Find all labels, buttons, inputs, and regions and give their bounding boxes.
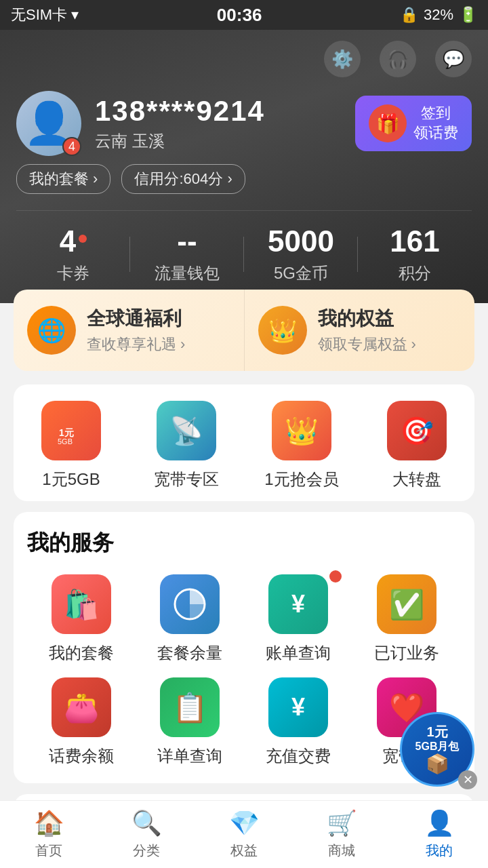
bottom-nav: 🏠 首页 🔍 分类 💎 权益 🛒 商城 👤 我的 xyxy=(0,800,488,868)
quick-label-broadband: 宽带专区 xyxy=(154,469,219,490)
headset-button[interactable]: 🎧 xyxy=(380,41,416,77)
coupons-label: 卡券 xyxy=(16,262,130,284)
battery-icon: 🔒 xyxy=(400,6,418,24)
credit-score-tag[interactable]: 信用分:604分 › xyxy=(121,164,245,194)
status-right: 🔒 32% 🔋 xyxy=(400,6,477,24)
my-benefits-sub: 领取专属权益 › xyxy=(318,334,416,355)
plan-balance-label: 套餐余量 xyxy=(157,642,222,664)
quick-action-broadband[interactable]: 📡 宽带专区 xyxy=(129,401,244,490)
svg-text:1元: 1元 xyxy=(59,427,74,438)
quick-label-wheel: 大转盘 xyxy=(392,469,441,490)
nav-home[interactable]: 🏠 首页 xyxy=(0,801,98,868)
detail-query-icon: 📋 xyxy=(160,677,220,737)
home-label: 首页 xyxy=(35,842,62,860)
coupons-stat[interactable]: 4 卡券 xyxy=(16,224,130,284)
benefits-nav-label: 权益 xyxy=(230,842,258,860)
recharge-icon: ¥ xyxy=(268,677,328,737)
mine-icon: 👤 xyxy=(424,809,455,837)
recharge-label: 充值交费 xyxy=(266,745,331,767)
points-label: 积分 xyxy=(358,262,472,284)
bill-query-label: 账单查询 xyxy=(266,642,331,664)
my-plan-label: 我的套餐 xyxy=(49,642,114,664)
battery-bar: 🔋 xyxy=(459,6,477,24)
coupons-value: 4 xyxy=(16,224,130,258)
profile-info: 138****9214 云南 玉溪 xyxy=(95,95,342,152)
my-benefits-text: 我的权益 领取专属权益 › xyxy=(318,306,416,355)
headset-icon: 🎧 xyxy=(387,49,409,70)
bill-query-icon: ¥ xyxy=(268,574,328,634)
settings-button[interactable]: ⚙️ xyxy=(324,41,361,77)
mall-label: 商城 xyxy=(328,842,355,860)
global-benefits-sub: 查收尊享礼遇 › xyxy=(87,334,185,355)
crown-icon: 👑 xyxy=(258,306,307,355)
sign-in-text: 签到 领话费 xyxy=(413,104,458,142)
sign-in-button[interactable]: 🎁 签到 领话费 xyxy=(355,96,472,151)
globe-icon: 🌐 xyxy=(27,306,76,355)
battery-percent: 32% xyxy=(424,6,453,24)
my-plan-tag[interactable]: 我的套餐 › xyxy=(16,164,110,194)
service-recharge[interactable]: ¥ 充值交费 xyxy=(244,677,352,767)
nav-mall[interactable]: 🛒 商城 xyxy=(293,801,390,868)
quick-label-1gb: 1元5GB xyxy=(42,469,100,490)
subscribed-icon: ✅ xyxy=(377,574,436,634)
nav-benefits[interactable]: 💎 权益 xyxy=(195,801,293,868)
services-grid: 🛍️ 我的套餐 套餐余量 ¥ 账单查询 ✅ 已订业务 👛 xyxy=(27,574,461,767)
my-plan-icon: 🛍️ xyxy=(52,574,111,634)
tags-row: 我的套餐 › 信用分:604分 › xyxy=(16,164,472,194)
service-bill-query[interactable]: ¥ 账单查询 xyxy=(244,574,352,664)
points-value: 161 xyxy=(358,224,472,258)
sign-in-gift-icon: 🎁 xyxy=(369,104,407,142)
quick-action-wheel[interactable]: 🎯 大转盘 xyxy=(359,401,474,490)
my-benefits-title: 我的权益 xyxy=(318,306,416,332)
phone-number: 138****9214 xyxy=(95,95,342,127)
member-icon: 👑 xyxy=(272,401,331,460)
service-my-plan[interactable]: 🛍️ 我的套餐 xyxy=(27,574,136,664)
svg-text:5GB: 5GB xyxy=(58,437,73,446)
service-plan-balance[interactable]: 套餐余量 xyxy=(136,574,244,664)
top-icons-row: ⚙️ 🎧 💬 xyxy=(16,41,472,77)
detail-query-label: 详单查询 xyxy=(157,745,222,767)
coupon-dot xyxy=(79,235,87,243)
avatar-badge: 4 xyxy=(62,137,81,156)
service-detail-query[interactable]: 📋 详单查询 xyxy=(136,677,244,767)
services-title: 我的服务 xyxy=(27,528,461,558)
category-icon: 🔍 xyxy=(131,809,162,837)
service-balance[interactable]: 👛 话费余额 xyxy=(27,677,136,767)
profile-row: 👤 4 138****9214 云南 玉溪 🎁 签到 领话费 xyxy=(16,91,472,156)
quick-action-1gb[interactable]: 1元 5GB 1元5GB xyxy=(14,401,129,490)
nav-category[interactable]: 🔍 分类 xyxy=(98,801,195,868)
data-wallet-stat[interactable]: -- 流量钱包 xyxy=(130,224,244,284)
global-benefits-title: 全球通福利 xyxy=(87,306,185,332)
5g-coins-value: 5000 xyxy=(244,224,358,258)
benefits-nav-icon: 💎 xyxy=(229,809,260,837)
5g-coins-label: 5G金币 xyxy=(244,262,358,284)
data-wallet-value: -- xyxy=(130,224,244,258)
global-benefits-text: 全球通福利 查收尊享礼遇 › xyxy=(87,306,185,355)
broadband-icon: 📡 xyxy=(157,401,216,460)
quick-action-member[interactable]: 👑 1元抢会员 xyxy=(244,401,359,490)
service-subscribed[interactable]: ✅ 已订业务 xyxy=(352,574,461,664)
1gb-icon: 1元 5GB xyxy=(41,401,101,460)
nav-mine[interactable]: 👤 我的 xyxy=(390,801,488,868)
status-bar: 无SIM卡 ▾ 00:36 🔒 32% 🔋 xyxy=(0,0,488,30)
avatar-wrap: 👤 4 xyxy=(16,91,81,156)
balance-label: 话费余额 xyxy=(49,745,114,767)
settings-icon: ⚙️ xyxy=(331,49,353,70)
float-ad-close-button[interactable]: ✕ xyxy=(458,770,477,789)
5g-coins-stat[interactable]: 5000 5G金币 xyxy=(244,224,358,284)
quick-label-member: 1元抢会员 xyxy=(264,469,338,490)
subscribed-label: 已订业务 xyxy=(374,642,439,664)
quick-actions-section: 1元 5GB 1元5GB 📡 宽带专区 👑 1元抢会员 🎯 大转盘 xyxy=(14,384,474,501)
chat-icon: 💬 xyxy=(443,49,464,70)
data-wallet-label: 流量钱包 xyxy=(130,262,244,284)
plan-balance-icon xyxy=(160,574,220,634)
home-icon: 🏠 xyxy=(34,809,64,837)
bill-query-badge xyxy=(329,570,342,583)
points-stat[interactable]: 161 积分 xyxy=(358,224,472,284)
my-benefits-item[interactable]: 👑 我的权益 领取专属权益 › xyxy=(245,290,475,371)
header-section: ⚙️ 🎧 💬 👤 4 138****9214 云南 玉溪 🎁 签到 领话费 xyxy=(0,30,488,303)
user-location: 云南 玉溪 xyxy=(95,130,342,152)
global-benefits-item[interactable]: 🌐 全球通福利 查收尊享礼遇 › xyxy=(14,290,245,371)
balance-icon: 👛 xyxy=(52,677,111,737)
chat-button[interactable]: 💬 xyxy=(435,41,472,77)
